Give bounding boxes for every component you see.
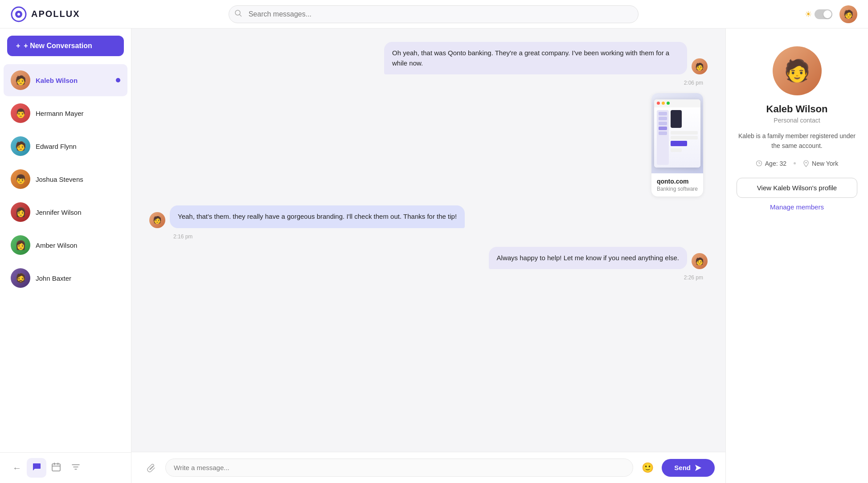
location-icon	[803, 160, 809, 167]
link-card-row: qonto.com Banking software	[149, 93, 708, 196]
preview-nav-item-3	[659, 122, 667, 125]
preview-dark-card	[671, 110, 681, 128]
link-card-preview-image	[651, 93, 703, 173]
logo-area: APOLLUX	[11, 6, 140, 22]
preview-content-area	[654, 107, 700, 168]
link-preview-card[interactable]: qonto.com Banking software	[651, 93, 703, 196]
contact-avatar-amber	[11, 235, 30, 255]
link-card-description: Banking software	[657, 186, 698, 192]
theme-toggle-track[interactable]	[815, 9, 832, 19]
messages-container: Oh yeah, that was Qonto banking. They're…	[131, 29, 725, 452]
logo-icon	[11, 6, 27, 22]
message-input-bar: 🙂 Send	[131, 452, 725, 483]
contact-name-joshua: Joshua Stevens	[36, 176, 83, 183]
link-card-info: qonto.com Banking software	[651, 173, 703, 196]
preview-main-content	[671, 110, 698, 165]
profile-age: Age: 32	[756, 160, 786, 167]
chat-nav-button[interactable]	[27, 458, 46, 478]
sun-icon: ☀	[805, 9, 812, 19]
preview-nav-item-5	[659, 131, 667, 135]
view-profile-button[interactable]: View Kaleb Wilson's profile	[737, 178, 857, 198]
message-row-2: Yeah, that's them. they really have a go…	[149, 205, 708, 228]
message-bubble-1: Oh yeah, that was Qonto banking. They're…	[384, 42, 687, 74]
calendar-icon	[51, 462, 61, 474]
message-time-3: 2:26 pm	[149, 274, 703, 281]
contact-avatar-kaleb	[11, 70, 30, 90]
preview-browser-bar	[654, 99, 700, 107]
message-text-input[interactable]	[165, 458, 633, 477]
message-row-3: Always happy to help! Let me know if you…	[149, 247, 708, 270]
preview-dot-green	[667, 102, 670, 105]
emoji-icon: 🙂	[642, 462, 654, 474]
back-nav-button[interactable]: ←	[7, 458, 27, 478]
new-conversation-plus-icon: +	[16, 42, 20, 50]
age-icon	[756, 160, 762, 167]
contact-item-amber[interactable]: Amber Wilson	[4, 229, 127, 261]
preview-sidebar-nav	[657, 110, 669, 165]
emoji-button[interactable]: 🙂	[639, 459, 656, 477]
theme-toggle[interactable]: ☀	[805, 9, 832, 19]
send-icon	[694, 464, 702, 472]
preview-data-row-1	[671, 131, 698, 135]
preview-dot-red	[657, 102, 660, 105]
sidebar: + + New Conversation Kaleb Wilson Herman…	[0, 29, 131, 483]
meta-separator	[794, 162, 796, 164]
calendar-nav-button[interactable]	[46, 458, 66, 478]
attachment-icon	[146, 463, 156, 473]
new-conversation-button[interactable]: + + New Conversation	[7, 36, 124, 56]
send-button[interactable]: Send	[662, 459, 715, 477]
preview-stat-bar	[671, 141, 687, 146]
svg-rect-5	[52, 464, 60, 471]
search-icon	[235, 10, 242, 19]
filter-nav-button[interactable]	[66, 458, 86, 478]
unread-dot-kaleb	[116, 78, 120, 82]
topbar: APOLLUX ☀ 🧑	[0, 0, 868, 29]
profile-name: Kaleb Wilson	[766, 103, 828, 115]
message-time-2: 2:16 pm	[173, 233, 708, 240]
contact-item-john[interactable]: John Baxter	[4, 262, 127, 294]
svg-point-13	[806, 162, 807, 163]
contact-item-kaleb[interactable]: Kaleb Wilson	[4, 64, 127, 96]
contact-avatar-john	[11, 268, 30, 288]
preview-nav-item-2	[659, 117, 667, 120]
sidebar-bottom-nav: ←	[0, 452, 131, 483]
contact-avatar-hermann	[11, 103, 30, 123]
message-bubble-2: Yeah, that's them. they really have a go…	[170, 205, 465, 228]
logo-text: APOLLUX	[31, 9, 80, 19]
user-avatar-top[interactable]: 🧑	[839, 5, 857, 23]
message-avatar-3	[692, 253, 708, 269]
contact-name-hermann: Hermann Mayer	[36, 110, 84, 117]
search-bar[interactable]	[229, 5, 639, 23]
svg-point-2	[17, 13, 20, 16]
contact-name-kaleb: Kaleb Wilson	[36, 77, 78, 84]
contact-list: Kaleb Wilson Hermann Mayer Edward Flynn …	[0, 63, 131, 452]
message-time-1: 2:06 pm	[149, 80, 703, 86]
filter-icon	[71, 462, 81, 474]
profile-description: Kaleb is a family member registered unde…	[737, 131, 857, 151]
attach-button[interactable]	[142, 459, 160, 477]
chat-icon	[32, 462, 41, 474]
new-conversation-label: + New Conversation	[24, 42, 92, 50]
contact-avatar-edward	[11, 136, 30, 156]
contact-item-joshua[interactable]: Joshua Stevens	[4, 163, 127, 195]
profile-age-label: Age: 32	[765, 160, 786, 167]
manage-members-link[interactable]: Manage members	[770, 203, 824, 211]
preview-data-row-2	[671, 136, 698, 139]
link-card-mockup	[654, 99, 700, 168]
preview-nav-item-1	[659, 112, 667, 115]
contact-item-hermann[interactable]: Hermann Mayer	[4, 97, 127, 129]
theme-toggle-thumb	[823, 10, 831, 18]
profile-meta: Age: 32 New York	[756, 160, 838, 167]
message-avatar-1	[692, 58, 708, 74]
search-input[interactable]	[229, 5, 639, 23]
right-panel: 🧑 Kaleb Wilson Personal contact Kaleb is…	[725, 29, 868, 483]
svg-line-4	[239, 14, 241, 16]
preview-nav-item-4	[659, 127, 667, 130]
contact-name-edward: Edward Flynn	[36, 143, 77, 150]
contact-avatar-joshua	[11, 169, 30, 189]
back-icon: ←	[12, 463, 21, 473]
contact-item-jennifer[interactable]: Jennifer Wilson	[4, 196, 127, 228]
contact-name-amber: Amber Wilson	[36, 242, 77, 249]
contact-item-edward[interactable]: Edward Flynn	[4, 130, 127, 162]
chat-area: Oh yeah, that was Qonto banking. They're…	[131, 29, 725, 483]
